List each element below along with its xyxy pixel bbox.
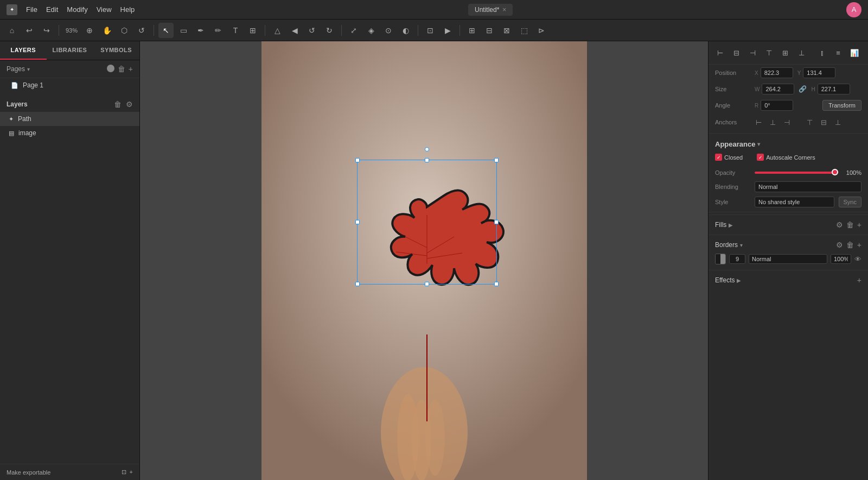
text-btn[interactable]: T	[228, 23, 243, 38]
export-btn[interactable]: ⊡	[423, 23, 438, 38]
make-exportable[interactable]: Make exportable ⊡ +	[0, 464, 139, 480]
page-item[interactable]: 📄 Page 1	[0, 78, 139, 92]
anchor-center[interactable]: ⊥	[767, 116, 778, 128]
autoscale-checkbox[interactable]: ✓	[757, 154, 764, 161]
menu-file[interactable]: File	[26, 5, 37, 14]
tab-libraries[interactable]: LIBRARIES	[47, 41, 93, 60]
home-btn[interactable]: ⌂	[4, 23, 20, 38]
image-btn[interactable]: ⊞	[245, 23, 260, 38]
app-logo[interactable]: ✦	[7, 4, 17, 15]
zoom-fit-btn[interactable]: ⊕	[82, 23, 97, 38]
effects-add-btn[interactable]: +	[857, 276, 861, 285]
add-export-btn[interactable]: +	[130, 469, 133, 476]
tab-symbols[interactable]: SYMBOLS	[93, 41, 139, 60]
export-icon[interactable]: ⊡	[122, 469, 126, 476]
autoscale-checkbox-item[interactable]: ✓ Autoscale Corners	[757, 154, 815, 161]
canvas[interactable]	[140, 41, 708, 480]
borders-delete-btn[interactable]: 🗑	[846, 241, 854, 249]
closed-checkbox-item[interactable]: ✓ Closed	[715, 154, 743, 161]
angle-input[interactable]	[761, 100, 793, 111]
align-center-h[interactable]: ⊟	[729, 46, 743, 60]
fills-adjust-btn[interactable]: ⚙	[836, 220, 843, 229]
align2-btn[interactable]: ⊟	[482, 23, 497, 38]
pan-btn[interactable]: ✋	[99, 23, 114, 38]
preview-btn[interactable]: ▶	[440, 23, 455, 38]
pencil-btn[interactable]: ✏	[210, 23, 226, 38]
position-x-input[interactable]	[761, 67, 793, 78]
borders-add-btn[interactable]: +	[857, 241, 861, 249]
anchor-right[interactable]: ⊣	[781, 116, 793, 128]
combine-btn[interactable]: ◐	[398, 23, 413, 38]
undo-btn[interactable]: ↩	[22, 23, 37, 38]
tab-layers[interactable]: LAYERS	[0, 41, 47, 60]
border-style-select[interactable]: Normal	[749, 254, 827, 264]
border-opacity-input[interactable]	[831, 254, 851, 264]
share-btn[interactable]: ⊳	[534, 23, 549, 38]
layer-image[interactable]: ▤ image	[0, 126, 139, 140]
rotate3-btn[interactable]: ↻	[322, 23, 337, 38]
mask-btn[interactable]: ⊙	[381, 23, 396, 38]
position-y-input[interactable]	[803, 67, 835, 78]
delete-page-btn[interactable]: 🗑	[118, 65, 125, 73]
rotate-btn[interactable]: ↺	[134, 23, 149, 38]
distribute-v[interactable]: ≡	[831, 46, 845, 60]
align-left-edge[interactable]: ⊢	[713, 46, 727, 60]
rect-btn[interactable]: ▭	[176, 23, 191, 38]
component-btn[interactable]: ◈	[363, 23, 379, 38]
fills-add-btn[interactable]: +	[857, 220, 861, 229]
fills-chevron[interactable]: ▶	[729, 222, 733, 228]
tab-close[interactable]: ×	[502, 6, 506, 14]
artboard[interactable]	[261, 41, 587, 480]
align1-btn[interactable]: ⊞	[464, 23, 480, 38]
blending-select[interactable]: Normal	[755, 181, 861, 192]
pen-btn[interactable]: ✒	[193, 23, 208, 38]
opacity-slider[interactable]	[755, 172, 838, 174]
delete-layer-btn[interactable]: 🗑	[114, 100, 122, 109]
back-btn[interactable]: ◀	[287, 23, 302, 38]
add-page-btn[interactable]: +	[129, 65, 133, 73]
fills-delete-btn[interactable]: 🗑	[846, 220, 854, 229]
menu-modify[interactable]: Modify	[67, 5, 87, 14]
chart-btn[interactable]: 📊	[847, 46, 861, 60]
redo-btn[interactable]: ↪	[39, 23, 54, 38]
border-width-input[interactable]	[729, 254, 745, 264]
pages-chevron[interactable]: ▾	[27, 66, 30, 72]
anchor-middle[interactable]: ⊟	[818, 116, 829, 128]
border-visibility-btn[interactable]: 👁	[854, 255, 861, 263]
closed-checkbox[interactable]: ✓	[715, 154, 722, 161]
distribute-h[interactable]: ⫿	[815, 46, 829, 60]
effects-chevron[interactable]: ▶	[737, 277, 741, 283]
menu-edit[interactable]: Edit	[46, 5, 58, 14]
user-avatar[interactable]: A	[846, 2, 861, 17]
borders-adjust-btn[interactable]: ⚙	[836, 241, 843, 249]
align-center-v[interactable]: ⊞	[778, 46, 792, 60]
transform-btn[interactable]: ⤢	[346, 23, 361, 38]
document-tab[interactable]: Untitled* ×	[468, 4, 513, 16]
borders-chevron[interactable]: ▾	[740, 242, 743, 248]
align-top-edge[interactable]: ⊤	[762, 46, 776, 60]
align3-btn[interactable]: ⊠	[499, 23, 514, 38]
rotate2-btn[interactable]: ↺	[304, 23, 320, 38]
align-bottom-edge[interactable]: ⊥	[794, 46, 808, 60]
menu-view[interactable]: View	[97, 5, 112, 14]
anchor-bottom[interactable]: ⊥	[832, 116, 844, 128]
sync-btn[interactable]: Sync	[839, 197, 861, 207]
anchor-top[interactable]: ⊤	[803, 116, 815, 128]
add-layer-btn[interactable]: ⚙	[126, 100, 133, 109]
style-select[interactable]: No shared style	[755, 197, 834, 207]
border-color-swatch[interactable]	[715, 254, 726, 264]
shape-btn[interactable]: ⬡	[117, 23, 132, 38]
anchor-left[interactable]: ⊢	[752, 116, 764, 128]
appearance-chevron[interactable]: ▾	[757, 141, 760, 147]
transform-btn[interactable]: Transform	[822, 100, 861, 111]
align-right-edge[interactable]: ⊣	[745, 46, 760, 60]
opacity-thumb[interactable]	[832, 169, 838, 175]
select-btn[interactable]: ↖	[158, 23, 174, 38]
page-toggle[interactable]	[107, 65, 114, 72]
size-h-input[interactable]	[818, 84, 850, 94]
menu-help[interactable]: Help	[120, 5, 135, 14]
layer-path[interactable]: ✦ Path	[0, 112, 139, 126]
triangle-btn[interactable]: △	[270, 23, 285, 38]
size-w-input[interactable]	[762, 84, 794, 94]
mirror-btn[interactable]: ⬚	[516, 23, 532, 38]
